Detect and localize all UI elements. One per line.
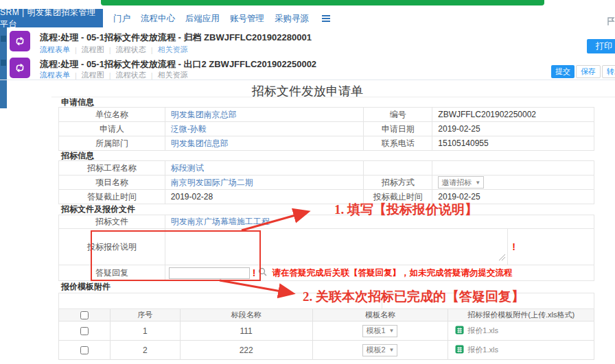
quote-note-textarea[interactable] (165, 229, 507, 265)
form-row: 所属部门 明发集团信息部 联系电话 15105140955 (58, 136, 594, 151)
app-brand: SRM | 明发集团招采管理平台 (0, 9, 103, 27)
row-attachment-cell: 报价1.xls (448, 321, 594, 340)
field-label: 招标文件 (59, 215, 165, 228)
form-row: 答疑截止时间 2019-02-28 投标截止时间 2019-02-25 (58, 190, 594, 204)
tab-separator: | (109, 46, 111, 54)
table-row: 1 111 模板1 ▼ 报价1.xls (58, 321, 594, 341)
col-header-no: 序号 (111, 309, 181, 321)
attachment-file-link[interactable]: 报价1.xls (467, 326, 498, 336)
excel-file-icon (455, 326, 464, 337)
process-tabs-2: 流程表单 | 流程图 | 流程状态 | 相关资源 (40, 70, 188, 80)
required-mark: ! (253, 268, 256, 278)
required-cell: ! (508, 229, 594, 265)
template-select[interactable]: 模板2 ▼ (362, 344, 397, 356)
tab-process-diagram[interactable]: 流程图 (82, 70, 104, 80)
field-label: 所属部门 (59, 136, 165, 150)
application-form: 申请信息 单位名称 明发集团南京总部 编号 ZBWJFFLC2019022500… (58, 97, 594, 360)
doc-number: ZBWJFFLC201902250002 (438, 110, 536, 119)
row-no: 1 (111, 321, 181, 340)
field-label: 申请人 (59, 122, 165, 136)
chevron-down-icon: ▼ (389, 347, 395, 353)
nav-process-center[interactable]: 流程中心 (141, 13, 175, 25)
tab-process-status[interactable]: 流程状态 (116, 70, 146, 80)
org-name-link[interactable]: 明发集团南京总部 (171, 109, 237, 121)
grid-header-row: 序号 标段名称 模板名称 招标报价模板附件(上传.xls格式) (58, 309, 594, 321)
qa-reply-input[interactable] (169, 267, 250, 279)
notification-icon[interactable] (607, 16, 615, 26)
nav-backend-apps[interactable]: 后端应用 (185, 13, 220, 25)
bid-method-select[interactable]: 邀请招标 ▼ (438, 176, 484, 189)
nav-portal[interactable]: 门户 (113, 13, 130, 25)
tab-separator: | (75, 46, 77, 54)
required-mark: ! (512, 242, 515, 252)
row-section-name: 111 (181, 321, 313, 340)
department-link[interactable]: 明发集团信息部 (171, 138, 229, 149)
section-title-bid-info: 招标信息 (58, 151, 594, 160)
tab-process-status[interactable]: 流程状态 (116, 45, 146, 55)
excel-file-icon (455, 345, 464, 356)
section-title-apply-info: 申请信息 (58, 97, 594, 107)
attachment-file-link[interactable]: 报价1.xls (467, 345, 498, 355)
form-row: 项目名称 南京明发国际广场二期 招标方式 邀请招标 ▼ (58, 175, 594, 190)
hamburger-menu-icon[interactable] (322, 15, 330, 22)
print-button[interactable]: 打印 (587, 39, 615, 53)
field-value: 邀请招标 ▼ (432, 175, 594, 189)
col-header-section: 标段名称 (181, 309, 313, 321)
row-template-cell: 模板1 ▼ (313, 321, 449, 340)
field-value: 2019-02-25 (432, 190, 594, 204)
apply-date: 2019-02-25 (438, 124, 480, 134)
field-label (364, 161, 432, 175)
tab-process-diagram[interactable]: 流程图 (82, 45, 104, 55)
phone-number: 15105140955 (438, 138, 488, 148)
templates-area: 序号 标段名称 模板名称 招标报价模板附件(上传.xls格式) 1 111 模板… (58, 293, 594, 360)
process-title-2: 流程:处理 - 05-1招标文件发放流程 - 出口2 ZBWJFFLC20190… (40, 58, 316, 71)
field-label: 投标报价说明 (59, 229, 165, 265)
field-label: 答疑回复 (59, 265, 165, 280)
field-value: 15105140955 (432, 136, 594, 150)
field-value: 标段测试 (165, 161, 364, 175)
tab-process-form[interactable]: 流程表单 (40, 45, 70, 55)
tab-related-resources[interactable]: 相关资源 (158, 70, 188, 80)
row-checkbox[interactable] (80, 346, 89, 354)
field-value (432, 161, 594, 175)
field-value: ZBWJFFLC201902250002 (432, 108, 594, 121)
submit-button[interactable]: 提交 (551, 65, 575, 78)
row-select-cell (59, 321, 111, 340)
qa-deadline: 2019-02-28 (171, 192, 213, 202)
bid-file-link[interactable]: 明发南京广场幕墙施工工程 (171, 216, 270, 228)
process-tabs-1: 流程表单 | 流程图 | 流程状态 | 相关资源 (40, 45, 188, 55)
nav-sourcing[interactable]: 采购寻源 (275, 13, 309, 25)
project-name-link[interactable]: 南京明发国际广场二期 (171, 177, 253, 189)
process-title-1: 流程:处理 - 05-1招标文件发放流程 - 归档 ZBWJFFLC201902… (40, 32, 312, 44)
save-button[interactable]: 保存 (576, 65, 601, 78)
tab-separator: | (151, 46, 153, 54)
magnifier-icon[interactable] (258, 267, 267, 278)
quote-note-cell (165, 229, 508, 265)
tab-process-form[interactable]: 流程表单 (40, 70, 70, 80)
form-row: 申请人 泛微-孙毅 申请日期 2019-02-25 (58, 122, 594, 136)
top-nav: 门户 流程中心 后端应用 账号管理 采购寻源 (113, 12, 330, 25)
row-checkbox[interactable] (80, 327, 89, 335)
chevron-down-icon: ▼ (475, 180, 480, 186)
top-green-strip (101, 0, 544, 5)
bid-info-table: 招标工程名称 标段测试 项目名称 南京明发国际广场二期 招标方式 邀请招标 ▼ … (58, 160, 594, 204)
select-all-checkbox[interactable] (80, 311, 89, 319)
template-value: 模板1 (366, 326, 385, 336)
reply-cell: ! 请在答疑完成后关联【答疑回复】，如未完成答疑请勿提交流程 (165, 265, 594, 280)
row-select-cell (59, 341, 111, 359)
form-row: 招标文件 明发南京广场幕墙施工工程 (58, 215, 594, 229)
section-title-templates: 报价模板附件 (58, 281, 594, 293)
field-label: 项目名称 (59, 175, 165, 189)
empty-row (58, 293, 594, 309)
apply-info-table: 单位名称 明发集团南京总部 编号 ZBWJFFLC201902250002 申请… (58, 107, 594, 151)
tab-related-resources[interactable]: 相关资源 (158, 45, 188, 55)
bid-project-link[interactable]: 标段测试 (171, 162, 204, 174)
form-row: 单位名称 明发集团南京总部 编号 ZBWJFFLC201902250002 (58, 108, 594, 122)
applicant-link[interactable]: 泛微-孙毅 (171, 123, 207, 135)
forward-button[interactable]: 转发 (602, 65, 615, 78)
template-select[interactable]: 模板1 ▼ (362, 325, 397, 337)
nav-account-mgmt[interactable]: 账号管理 (230, 13, 264, 25)
col-header-attachment: 招标报价模板附件(上传.xls格式) (448, 309, 594, 321)
resize-handle-icon[interactable] (499, 253, 505, 263)
field-label: 申请日期 (364, 122, 432, 136)
